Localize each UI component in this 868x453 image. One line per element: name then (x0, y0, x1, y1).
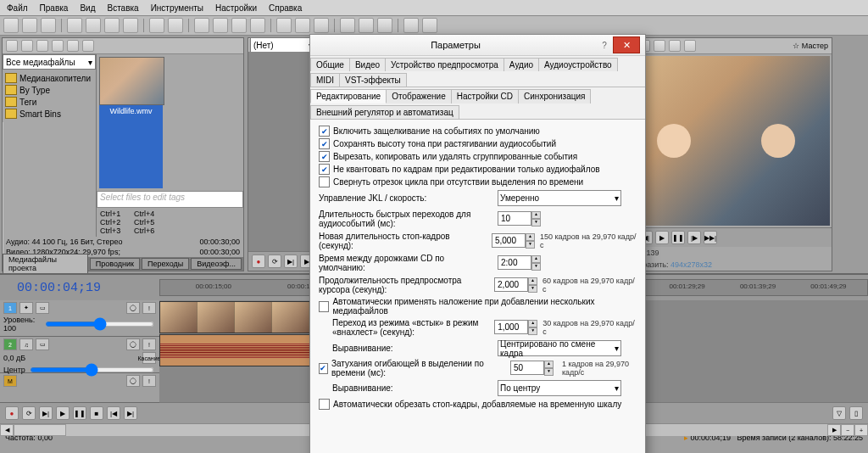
tree-item[interactable]: Smart Bins (5, 108, 93, 120)
cursor-input[interactable] (494, 277, 528, 292)
tab-cd[interactable]: Настройки CD (451, 89, 519, 103)
tab-preview-device[interactable]: Устройство предпросмотра (385, 58, 504, 71)
spinner[interactable]: ▲▼ (531, 211, 541, 226)
copy-icon[interactable] (104, 18, 120, 33)
tree-item[interactable]: By Type (5, 84, 93, 96)
tree-item[interactable]: Теги (5, 96, 93, 108)
tab-general[interactable]: Общие (310, 58, 350, 71)
mute-icon[interactable]: ◯ (126, 338, 140, 350)
spinner[interactable]: ▲▼ (531, 255, 541, 271)
spinner[interactable]: ▲▼ (526, 233, 535, 249)
jkl-select[interactable]: Умеренно▾ (498, 190, 621, 206)
mute-icon[interactable]: ◯ (126, 375, 140, 387)
menu-file[interactable]: Файл (2, 2, 33, 14)
undo-icon[interactable] (149, 18, 164, 33)
align2-select[interactable]: По центру▾ (498, 380, 621, 396)
open-icon[interactable] (22, 18, 37, 33)
help-icon[interactable]: ? (596, 37, 613, 53)
tab-explorer[interactable]: Проводник (90, 258, 140, 270)
checkbox-trim[interactable] (319, 399, 330, 410)
level-slider[interactable] (45, 322, 154, 327)
help-icon[interactable] (377, 18, 392, 33)
play-icon[interactable]: ▶ (655, 231, 669, 244)
comp-icon[interactable]: ▭ (36, 302, 49, 314)
audio-track-header[interactable]: 2♫▭◯! 0,0 дБКасание Центр (0, 337, 159, 373)
tab-video[interactable]: Видео (349, 58, 386, 71)
close-icon[interactable]: ✕ (613, 36, 640, 53)
tab-external[interactable]: Внешний регулятор и автоматизац (310, 105, 459, 119)
paste-icon[interactable] (123, 18, 138, 33)
marker-icon[interactable]: ▽ (832, 406, 846, 420)
fx-icon[interactable]: ♫ (19, 338, 33, 350)
refresh-icon[interactable] (21, 40, 33, 52)
pause-icon[interactable]: ❚❚ (73, 406, 86, 420)
tab-project-media[interactable]: Медиафайлы проекта (3, 254, 88, 274)
media-filter-dropdown[interactable]: Все медиафайлы▾ (3, 54, 96, 70)
tree-item[interactable]: Медианакопители (5, 72, 93, 84)
play-start-icon[interactable]: ▶| (284, 254, 298, 268)
render-icon[interactable] (340, 18, 355, 33)
properties-icon[interactable] (67, 18, 82, 33)
scroll-right-icon[interactable]: ▶ (827, 424, 841, 436)
goto-start-icon[interactable]: |◀ (107, 406, 120, 420)
solo-icon[interactable]: ! (142, 302, 156, 314)
spinner[interactable]: ▲▼ (528, 320, 537, 335)
tab-editing[interactable]: Редактирование (310, 89, 387, 103)
cd-input[interactable] (498, 255, 531, 270)
dialog-titlebar[interactable]: Параметры ? ✕ (310, 35, 645, 56)
mute-icon[interactable]: ◯ (126, 302, 140, 314)
view-icon[interactable] (6, 40, 18, 52)
fast-input[interactable] (498, 211, 531, 226)
mode-input[interactable] (494, 320, 528, 334)
scrollbar-thumb[interactable] (14, 424, 66, 436)
play-start-icon[interactable]: ▶| (39, 406, 53, 420)
upload-icon[interactable] (359, 18, 374, 33)
pan-slider[interactable] (30, 367, 154, 372)
snap-icon[interactable] (194, 18, 209, 33)
menu-insert[interactable]: Вставка (102, 2, 143, 14)
rec-icon[interactable]: ● (5, 406, 19, 420)
marker-icon[interactable] (213, 18, 228, 33)
loop-icon[interactable]: ⟳ (268, 254, 281, 268)
align-select[interactable]: Центрировано по смене кадра▾ (498, 340, 621, 356)
tab-midi[interactable]: MIDI (310, 73, 340, 87)
goto-end-icon[interactable]: ▶▶| (704, 231, 717, 244)
props-icon[interactable] (52, 40, 64, 52)
bus-track-header[interactable]: M◯! (0, 373, 159, 403)
tab-sync[interactable]: Синхронизация (518, 89, 591, 103)
ripple-icon[interactable] (250, 18, 265, 33)
tool-zoom-icon[interactable] (314, 18, 329, 33)
tab-transitions[interactable]: Переходы (142, 258, 189, 270)
goto-end-icon[interactable]: ▶| (124, 406, 137, 420)
cut-icon[interactable] (86, 18, 101, 33)
rec-icon[interactable]: ● (252, 254, 265, 268)
menu-edit[interactable]: Правка (35, 2, 74, 14)
lock-icon[interactable] (231, 18, 247, 33)
pv-extern-icon[interactable] (654, 40, 665, 52)
tab-display[interactable]: Отображение (386, 89, 452, 103)
fx-icon[interactable]: ✦ (19, 302, 33, 314)
comp-icon[interactable]: ▭ (36, 338, 49, 350)
search-icon[interactable] (67, 40, 79, 52)
stop-input[interactable] (492, 233, 526, 248)
touch-mode[interactable]: Касание (142, 352, 156, 364)
media-thumbnail[interactable]: Wildlife.wmv (99, 57, 163, 188)
checkbox-collapse[interactable] (319, 176, 330, 187)
checkbox-group[interactable]: ✔ (319, 151, 330, 162)
play-icon[interactable]: ▶ (56, 406, 70, 420)
pause-icon[interactable]: ❚❚ (671, 231, 685, 244)
spinner[interactable]: ▲▼ (544, 361, 554, 376)
save-icon[interactable] (41, 18, 56, 33)
tab-vst[interactable]: VST-эффекты (339, 73, 407, 87)
video-track-header[interactable]: 1✦▭◯! Уровень: 100 (0, 300, 159, 337)
menu-tools[interactable]: Инструменты (146, 2, 209, 14)
pv-overlay-icon[interactable] (684, 40, 696, 52)
checkbox-snap[interactable]: ✔ (319, 126, 330, 137)
tool-edit-icon[interactable] (276, 18, 292, 33)
zoom-out-icon[interactable]: − (841, 424, 854, 436)
ext2-icon[interactable] (422, 18, 437, 33)
spinner[interactable]: ▲▼ (528, 277, 537, 293)
pv-split-icon[interactable] (669, 40, 681, 52)
new-icon[interactable] (3, 18, 19, 33)
ext1-icon[interactable] (403, 18, 419, 33)
